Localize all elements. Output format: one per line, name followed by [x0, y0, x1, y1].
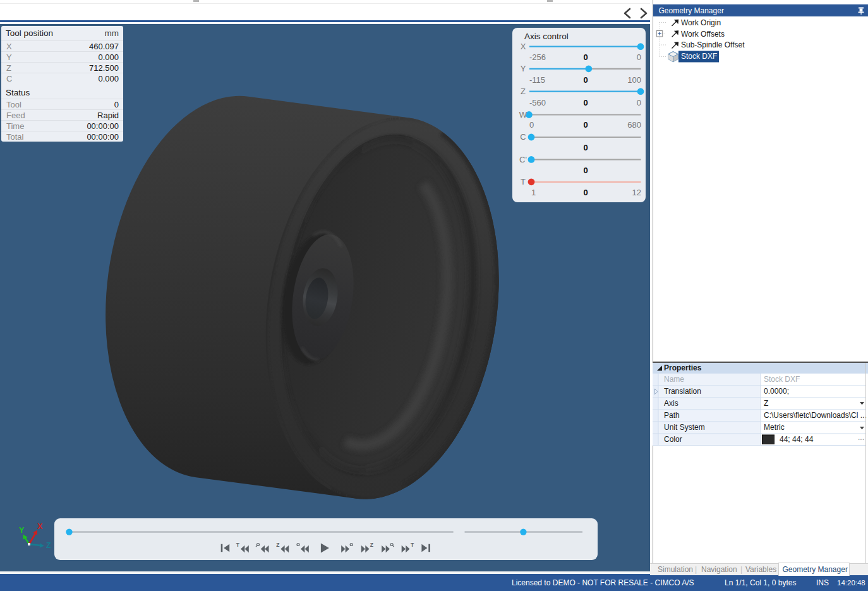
svg-text:T: T	[236, 542, 240, 548]
svg-text:Z: Z	[370, 542, 373, 548]
svg-text:X: X	[37, 522, 43, 531]
svg-text:Y: Y	[19, 526, 25, 535]
svg-text:T: T	[411, 542, 414, 548]
svg-text:Z: Z	[276, 542, 279, 548]
svg-text:Z: Z	[46, 541, 51, 550]
